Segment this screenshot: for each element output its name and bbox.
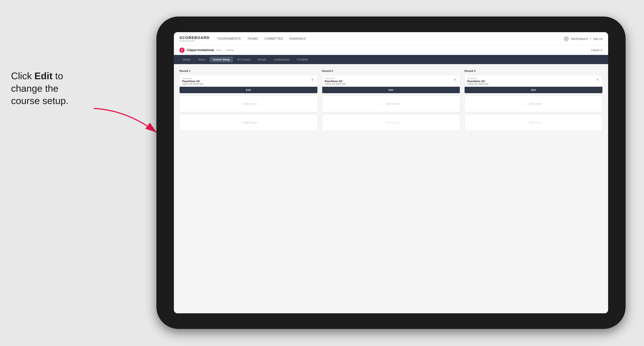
tournament-name: Clippd Invitational — [187, 48, 214, 52]
tab-bar: Details Teams Course Setup Tee Groups Re… — [174, 55, 608, 64]
round-1-title: Round 1 — [180, 69, 318, 72]
tablet-device: SCOREBOARD Powered by clippd TOURNAMENTS… — [156, 16, 626, 329]
nav-link-rankings[interactable]: RANKINGS — [290, 37, 306, 40]
user-avatar — [564, 36, 569, 41]
add-icon: ＋ — [382, 121, 385, 124]
tournament-gender: (Men) — [216, 49, 222, 51]
sub-header: C Clippd Invitational (Men) Hosting Canc… — [174, 45, 608, 55]
course-details: Yellow (M) (6629 yds) — [467, 83, 488, 85]
instruction-text-before: Click — [11, 71, 34, 81]
rounds-grid: Round 1 (Course A) Peachtree GC Yellow (… — [180, 69, 602, 133]
tab-tee-groups[interactable]: Tee Groups — [234, 57, 254, 62]
nav-separator: | — [590, 37, 591, 40]
tab-teams[interactable]: Teams — [195, 57, 209, 62]
add-icon: ＋ — [240, 121, 242, 124]
round-3-edit-button[interactable]: Edit — [464, 87, 602, 93]
round-2-title: Round 2 — [322, 69, 460, 72]
tab-details[interactable]: Details — [180, 57, 194, 62]
round-3-add-course-2: ＋ Add Course — [464, 114, 602, 131]
course-info: (Course A) Peachtree GC Yellow (M) (6629… — [325, 77, 346, 85]
round-1-add-course-1[interactable]: ＋ Add Course — [180, 96, 318, 112]
round-3-column: Round 3 (Course A) Peachtree GC Yellow (… — [464, 69, 602, 133]
logo-title: SCOREBOARD — [180, 36, 210, 40]
round-2-column: Round 2 (Course A) Peachtree GC Yellow (… — [322, 69, 460, 133]
course-delete-icon[interactable]: ⊗ — [596, 77, 600, 82]
round-3-title: Round 3 — [464, 69, 602, 72]
instruction-bold: Edit — [34, 71, 52, 81]
course-details: Yellow (M) (6629 yds) — [182, 83, 204, 85]
add-icon: ＋ — [382, 102, 385, 105]
top-nav: SCOREBOARD Powered by clippd TOURNAMENTS… — [174, 32, 608, 45]
instruction-text: Click Edit to change the course setup. — [11, 70, 88, 107]
course-card-header: (Course A) Peachtree GC Yellow (M) (6629… — [464, 75, 602, 87]
tab-course-setup[interactable]: Course Setup — [210, 57, 233, 62]
add-course-label: Add Course — [529, 121, 542, 124]
nav-link-committee[interactable]: COMMITTEE — [264, 37, 283, 40]
course-details: Yellow (M) (6629 yds) — [325, 83, 346, 85]
add-course-label: Add Course — [529, 102, 542, 105]
tab-printables[interactable]: Printables — [294, 57, 312, 62]
course-name: Peachtree GC — [325, 80, 346, 83]
course-info: (Course A) Peachtree GC Yellow (M) (6629… — [467, 77, 488, 85]
course-label: (Course A) — [467, 77, 488, 80]
round-1-column: Round 1 (Course A) Peachtree GC Yellow (… — [180, 69, 318, 133]
add-course-label: Add Course — [386, 121, 400, 124]
round-1-edit-button[interactable]: Edit — [180, 87, 318, 93]
round-2-course-card: (Course A) Peachtree GC Yellow (M) (6629… — [322, 75, 460, 93]
logo-sub: Powered by clippd — [180, 40, 210, 42]
course-info: (Course A) Peachtree GC Yellow (M) (6629… — [182, 77, 204, 85]
course-delete-icon[interactable]: ⊗ — [310, 77, 315, 82]
cancel-button[interactable]: Cancel ✕ — [591, 49, 602, 52]
add-icon: ＋ — [525, 102, 528, 105]
content-area: Round 1 (Course A) Peachtree GC Yellow (… — [174, 64, 608, 313]
sub-header-left: C Clippd Invitational (Men) Hosting — [180, 48, 234, 53]
nav-link-tournaments[interactable]: TOURNAMENTS — [217, 37, 241, 40]
add-course-label: Add Course — [244, 121, 257, 124]
course-name: Peachtree GC — [467, 80, 488, 83]
top-nav-right: blair@clippd.io | Sign out — [564, 36, 602, 41]
tab-results[interactable]: Results — [254, 57, 270, 62]
arrow-indicator — [90, 105, 160, 138]
add-icon: ＋ — [525, 121, 528, 124]
sign-out-link[interactable]: Sign out — [593, 37, 602, 40]
course-card-header: (Course A) Peachtree GC Yellow (M) (6629… — [322, 75, 460, 87]
round-2-add-course-2: ＋ Add Course — [322, 114, 460, 131]
course-card-header: (Course A) Peachtree GC Yellow (M) (6629… — [180, 75, 318, 87]
course-label: (Course A) — [325, 77, 346, 80]
course-delete-icon[interactable]: ⊗ — [453, 77, 457, 82]
round-3-course-card: (Course A) Peachtree GC Yellow (M) (6629… — [464, 75, 602, 93]
round-1-add-course-2[interactable]: ＋ Add Course — [180, 114, 318, 131]
nav-link-teams[interactable]: TEAMS — [247, 37, 258, 40]
course-label: (Course A) — [182, 77, 204, 80]
tab-leaderboards[interactable]: Leaderboards — [270, 57, 293, 62]
add-icon: ＋ — [240, 102, 242, 105]
user-email: blair@clippd.io — [571, 37, 588, 40]
add-course-label: Add Course — [386, 102, 400, 105]
round-2-edit-button[interactable]: Edit — [322, 87, 460, 93]
course-name: Peachtree GC — [182, 80, 204, 83]
add-course-label: Add Course — [244, 102, 257, 105]
cancel-icon: ✕ — [600, 49, 602, 52]
clippd-logo: C — [180, 48, 184, 53]
round-1-course-card: (Course A) Peachtree GC Yellow (M) (6629… — [180, 75, 318, 93]
top-nav-links: TOURNAMENTS TEAMS COMMITTEE RANKINGS — [217, 37, 564, 40]
scoreboard-logo: SCOREBOARD Powered by clippd — [180, 36, 210, 42]
hosting-badge: Hosting — [226, 49, 234, 51]
round-2-add-course-1[interactable]: ＋ Add Course — [322, 96, 460, 112]
tablet-screen: SCOREBOARD Powered by clippd TOURNAMENTS… — [174, 32, 608, 313]
round-3-add-course-1[interactable]: ＋ Add Course — [464, 96, 602, 112]
